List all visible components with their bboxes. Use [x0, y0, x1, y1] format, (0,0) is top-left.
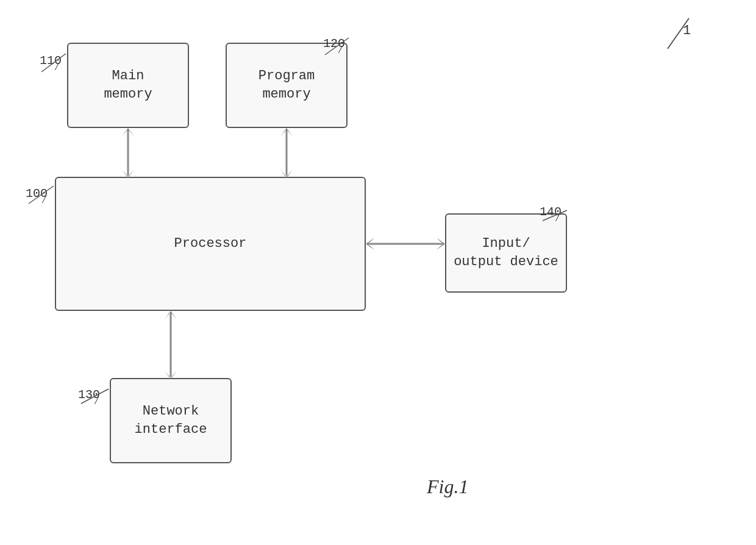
ref-110-line: ∕ [54, 61, 60, 73]
main-memory-label: Main memory [104, 67, 152, 103]
ref-130-line: ∕ [93, 395, 100, 407]
input-output-label: Input/ output device [454, 235, 558, 271]
main-memory-box: Main memory [67, 43, 189, 128]
svg-marker-18 [437, 238, 445, 250]
figure-label: Fig.1 [427, 476, 468, 498]
diagram-container: Main memory Program memory Processor Inp… [0, 0, 756, 545]
input-output-box: Input/ output device [445, 213, 567, 293]
ref-140-line: ∕ [554, 212, 561, 224]
network-interface-label: Network interface [135, 402, 207, 438]
program-memory-box: Program memory [226, 43, 348, 128]
svg-marker-17 [366, 238, 374, 250]
processor-label: Processor [174, 235, 247, 253]
ref-120-line: ∕ [337, 44, 344, 56]
program-memory-label: Program memory [259, 67, 315, 103]
ref-1: 1 [683, 23, 691, 38]
network-interface-box: Network interface [110, 378, 232, 463]
ref-100-line: ∕ [41, 194, 48, 206]
processor-box: Processor [55, 177, 366, 311]
svg-marker-11 [122, 128, 134, 137]
svg-marker-20 [165, 311, 177, 319]
svg-marker-14 [280, 128, 293, 137]
